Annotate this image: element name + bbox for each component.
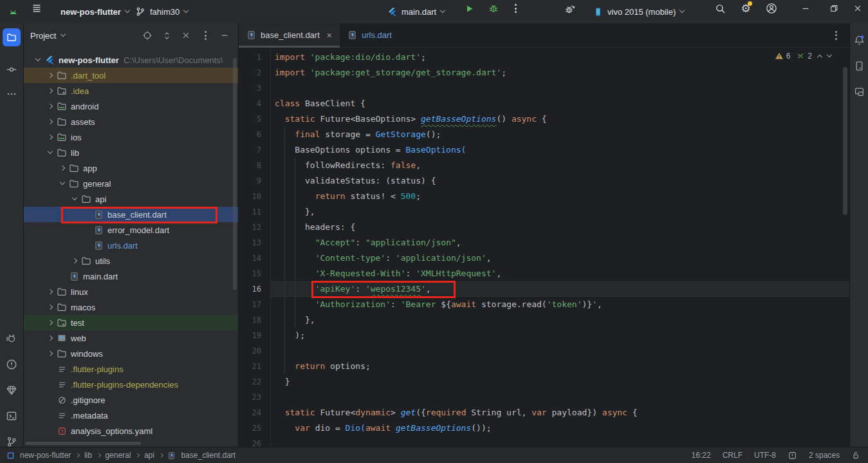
code-line-1[interactable]: import 'package:dio/dio.dart';	[271, 50, 849, 65]
chevron-right-icon[interactable]	[45, 73, 55, 77]
code-line-14[interactable]: 'Content-type': 'application/json',	[271, 250, 849, 266]
next-highlight-icon[interactable]	[827, 52, 832, 57]
line-number[interactable]: 15	[239, 266, 270, 281]
file-encoding[interactable]: UTF-8	[754, 451, 776, 460]
line-number[interactable]: 5	[239, 111, 270, 127]
code-line-19[interactable]: );	[271, 328, 849, 343]
tree-item-macos[interactable]: macos	[24, 299, 238, 315]
inspections-icon[interactable]	[788, 451, 797, 460]
caret-position[interactable]: 16:22	[692, 451, 711, 460]
search-everywhere-button[interactable]	[712, 0, 728, 17]
breadcrumb-item[interactable]: base_client.dart	[181, 451, 235, 460]
notifications-button[interactable]	[850, 31, 868, 49]
attach-debugger-button[interactable]	[561, 0, 578, 17]
chevron-down-icon[interactable]	[33, 59, 43, 61]
tree-vertical-scrollbar[interactable]	[233, 58, 237, 290]
line-number[interactable]: 18	[239, 312, 270, 328]
code-line-15[interactable]: 'X-Requested-With': 'XMLHttpRequest',	[271, 266, 849, 281]
close-tab-icon[interactable]: ×	[327, 30, 332, 41]
line-number[interactable]: 22	[239, 374, 270, 390]
chevron-down-icon[interactable]	[45, 152, 55, 153]
line-number[interactable]: 24	[239, 405, 270, 420]
problems-tool-button[interactable]	[3, 355, 21, 373]
tree-item-main-dart[interactable]: main.dart	[24, 269, 238, 284]
profile-button[interactable]	[763, 0, 780, 17]
main-menu-icon[interactable]	[28, 0, 45, 17]
code-line-5[interactable]: static Future<BaseOptions> getBasseOptio…	[271, 111, 849, 127]
code-line-18[interactable]: },	[271, 312, 849, 328]
tree-horizontal-scrollbar[interactable]	[25, 442, 141, 445]
select-opened-file-button[interactable]	[140, 28, 154, 43]
code-line-13[interactable]: "Accept": "application/json",	[271, 235, 849, 250]
line-number[interactable]: 11	[239, 204, 270, 220]
chevron-right-icon[interactable]	[45, 104, 55, 108]
line-number[interactable]: 13	[239, 235, 270, 250]
tree-item-new-pos-flutter[interactable]: new-pos-flutterC:\Users\User\Documents\	[24, 52, 238, 68]
tab-urls-dart[interactable]: urls.dart	[340, 23, 400, 48]
indent-setting[interactable]: 2 spaces	[809, 451, 840, 460]
line-number[interactable]: 3	[239, 80, 270, 96]
vcs-branch-widget[interactable]: fahim30	[135, 0, 188, 23]
line-number[interactable]: 17	[239, 297, 270, 312]
warnings-count[interactable]: 6	[775, 52, 791, 61]
tree-item-windows[interactable]: windows	[24, 346, 238, 361]
device-selector[interactable]: vivo 2015 (mobile)	[593, 0, 684, 23]
tree-item-lib[interactable]: lib	[24, 145, 238, 160]
tree-item-web[interactable]: web	[24, 330, 238, 346]
settings-button[interactable]: ⚙	[737, 0, 754, 17]
tree-item-dart-tool[interactable]: .dart_tool	[24, 68, 238, 83]
line-number[interactable]: 6	[239, 127, 270, 142]
chevron-down-icon[interactable]	[69, 198, 80, 200]
tree-item-ios[interactable]: ios	[24, 129, 238, 145]
unlock-icon[interactable]	[851, 451, 860, 460]
tree-item-linux[interactable]: linux	[24, 284, 238, 299]
code-line-17[interactable]: 'Authorization': 'Bearer ${await storage…	[271, 297, 849, 312]
breadcrumb-item[interactable]: lib	[84, 451, 92, 460]
code-line-8[interactable]: followRedirects: false,	[271, 158, 849, 173]
run-button[interactable]	[461, 0, 477, 17]
line-number[interactable]: 20	[239, 343, 270, 359]
tree-item-app[interactable]: app	[24, 160, 238, 176]
line-number[interactable]: 8	[239, 158, 270, 173]
code-line-26[interactable]	[271, 436, 849, 447]
more-actions-button[interactable]	[507, 0, 524, 17]
chevron-right-icon[interactable]	[45, 89, 55, 93]
collapse-all-button[interactable]	[179, 28, 193, 43]
tree-item-gitignore[interactable]: .gitignore	[24, 392, 238, 408]
prev-highlight-icon[interactable]	[817, 55, 822, 60]
chevron-right-icon[interactable]	[45, 120, 55, 124]
line-number-gutter[interactable]: 1234567891011121314151617181920212223242…	[239, 50, 271, 447]
code-line-20[interactable]	[271, 343, 849, 359]
line-number[interactable]: 26	[239, 436, 270, 447]
line-number[interactable]: 9	[239, 173, 270, 189]
chevron-right-icon[interactable]	[45, 305, 55, 309]
line-number[interactable]: 2	[239, 65, 270, 80]
tree-item-api[interactable]: api	[24, 191, 238, 207]
line-number[interactable]: 25	[239, 420, 270, 436]
typos-count[interactable]: 2	[796, 52, 812, 61]
more-tool-windows-button[interactable]	[3, 85, 21, 103]
project-widget[interactable]: new-pos-flutter	[60, 0, 129, 23]
line-number[interactable]: 23	[239, 390, 270, 405]
line-number[interactable]: 7	[239, 142, 270, 158]
line-number[interactable]: 16	[239, 281, 270, 297]
commit-tool-button[interactable]	[3, 61, 21, 79]
terminal-tool-button[interactable]	[3, 407, 21, 425]
line-number[interactable]: 4	[239, 96, 270, 111]
line-number[interactable]: 19	[239, 328, 270, 343]
project-tool-button[interactable]	[3, 28, 21, 46]
tree-item-test[interactable]: test	[24, 315, 238, 330]
code-line-22[interactable]: }	[271, 374, 849, 390]
close-button[interactable]	[848, 0, 867, 17]
tree-item-base-client-dart[interactable]: base_client.dart	[24, 207, 238, 222]
restore-button[interactable]	[821, 0, 847, 17]
code-line-7[interactable]: BaseOptions options = BaseOptions(	[271, 142, 849, 158]
tree-item-assets[interactable]: assets	[24, 114, 238, 129]
editor-vertical-scrollbar[interactable]	[843, 67, 847, 215]
expand-all-button[interactable]	[160, 28, 174, 43]
breadcrumb-item[interactable]: new-pos-flutter	[20, 451, 71, 460]
dart-analysis-tool-button[interactable]	[3, 381, 21, 399]
line-number[interactable]: 10	[239, 189, 270, 204]
code-line-10[interactable]: return status! < 500;	[271, 189, 849, 204]
code-line-24[interactable]: static Future<dynamic> get({required Str…	[271, 405, 849, 420]
